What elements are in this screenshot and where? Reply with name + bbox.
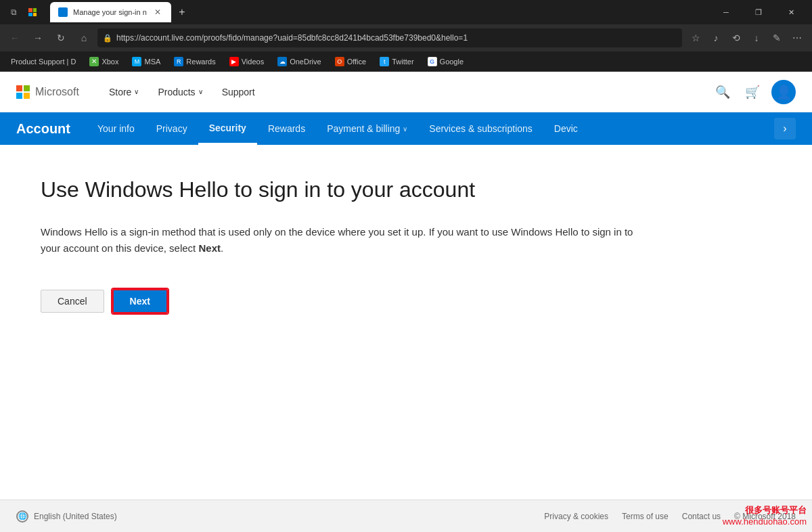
nav-rewards[interactable]: Rewards — [257, 112, 316, 145]
browser-titlebar: ⧉ Manage your sign-in n ✕ + ─ ❐ ✕ — [0, 0, 812, 24]
read-aloud-button[interactable]: ♪ — [706, 28, 725, 47]
nav-payment-billing[interactable]: Payment & billing ∨ — [316, 112, 418, 145]
rewards-favicon: R — [174, 57, 183, 66]
bookmark-label: Rewards — [186, 58, 215, 66]
bookmark-xbox[interactable]: ✕ Xbox — [84, 56, 124, 68]
bookmark-msa[interactable]: M MSA — [127, 56, 166, 68]
description-next-bold: Next — [198, 242, 221, 254]
bookmark-label: Google — [440, 58, 464, 66]
account-brand: Account — [16, 121, 70, 137]
nav-your-info[interactable]: Your info — [87, 112, 145, 145]
terms-of-use-link[interactable]: Terms of use — [622, 512, 669, 521]
videos-favicon: ▶ — [229, 57, 239, 66]
user-avatar[interactable]: 👤 — [771, 80, 796, 104]
search-button[interactable]: 🔍 — [712, 81, 734, 103]
description-text-part1: Windows Hello is a sign-in method that i… — [41, 226, 633, 254]
forward-button[interactable]: → — [28, 28, 47, 47]
footer-language: English (United States) — [34, 512, 117, 521]
site-content: Microsoft Store ∨ Products ∨ Support 🔍 🛒… — [0, 72, 812, 532]
nav-security[interactable]: Security — [198, 112, 257, 145]
description-text-part2: . — [221, 242, 223, 254]
minimize-button[interactable]: ─ — [710, 0, 742, 24]
window-controls: ─ ❐ ✕ — [710, 0, 807, 24]
cancel-button[interactable]: Cancel — [41, 290, 104, 313]
nav-item-support[interactable]: Support — [214, 81, 263, 103]
msa-favicon: M — [132, 57, 141, 66]
ms-header-actions: 🔍 🛒 👤 — [712, 80, 796, 104]
privacy-cookies-link[interactable]: Privacy & cookies — [544, 512, 608, 521]
nav-more-button[interactable]: › — [774, 118, 796, 139]
page-title: Use Windows Hello to sign in to your acc… — [41, 177, 771, 202]
avatar-icon: 👤 — [775, 84, 792, 100]
ms-square-green — [24, 85, 30, 91]
download-button[interactable]: ↓ — [747, 28, 766, 47]
close-button[interactable]: ✕ — [775, 0, 807, 24]
back-button[interactable]: ← — [5, 28, 24, 47]
twitter-favicon: t — [380, 57, 389, 66]
bookmarks-bar: Product Support | D ✕ Xbox M MSA R Rewar… — [0, 51, 812, 72]
nav-store-label: Store — [109, 87, 131, 97]
browser-tab-active[interactable]: Manage your sign-in n ✕ — [50, 2, 171, 22]
bookmark-label: MSA — [144, 58, 160, 66]
nav-products-label: Products — [158, 87, 195, 97]
office-favicon: O — [335, 57, 344, 66]
lock-icon: 🔒 — [103, 34, 112, 43]
address-bar[interactable]: 🔒 https://account.live.com/proofs/fido/m… — [97, 28, 682, 47]
nav-support-label: Support — [222, 87, 255, 97]
onedrive-favicon: ☁ — [277, 57, 287, 66]
bookmark-twitter[interactable]: t Twitter — [374, 56, 419, 68]
footer-right: Privacy & cookies Terms of use Contact u… — [544, 512, 796, 521]
browser-action-buttons: ☆ ♪ ⟲ ↓ ✎ ⋯ — [686, 28, 807, 47]
history-button[interactable]: ⟲ — [727, 28, 746, 47]
bookmark-office[interactable]: O Office — [330, 56, 372, 68]
copyright-text: © Microsoft 2018 — [734, 512, 796, 521]
browser-addressbar: ← → ↻ ⌂ 🔒 https://account.live.com/proof… — [0, 24, 812, 51]
footer-left: 🌐 English (United States) — [16, 510, 117, 523]
ms-square-red — [16, 85, 22, 91]
refresh-button[interactable]: ↻ — [51, 28, 70, 47]
next-button[interactable]: Next — [112, 289, 168, 313]
bookmark-rewards[interactable]: R Rewards — [168, 56, 221, 68]
nav-item-products[interactable]: Products ∨ — [150, 81, 210, 103]
winlogo-icon[interactable] — [24, 4, 41, 20]
notes-button[interactable]: ✎ — [767, 28, 786, 47]
ms-nav: Store ∨ Products ∨ Support — [101, 81, 712, 103]
bookmark-google[interactable]: G Google — [422, 56, 469, 68]
account-nav: Account Your info Privacy Security Rewar… — [0, 112, 812, 145]
nav-devices[interactable]: Devic — [543, 112, 589, 145]
main-content-area: Use Windows Hello to sign in to your acc… — [0, 145, 812, 500]
bookmark-onedrive[interactable]: ☁ OneDrive — [272, 56, 326, 68]
star-button[interactable]: ☆ — [686, 28, 705, 47]
taskview-icon[interactable]: ⧉ — [5, 4, 22, 20]
bookmark-product-support[interactable]: Product Support | D — [5, 56, 81, 67]
ms-logo-squares — [16, 85, 30, 99]
bookmark-label: Twitter — [392, 58, 413, 66]
nav-item-store[interactable]: Store ∨ — [101, 81, 147, 103]
url-text: https://account.live.com/proofs/fido/man… — [116, 33, 677, 43]
contact-us-link[interactable]: Contact us — [682, 512, 721, 521]
tab-close-button[interactable]: ✕ — [152, 7, 163, 18]
page-description: Windows Hello is a sign-in method that i… — [41, 224, 650, 257]
bookmark-videos[interactable]: ▶ Videos — [224, 56, 269, 68]
ms-square-blue — [16, 93, 22, 99]
store-chevron-icon: ∨ — [134, 88, 139, 95]
cart-button[interactable]: 🛒 — [742, 81, 763, 103]
tab-bar: Manage your sign-in n ✕ + — [50, 2, 706, 22]
new-tab-button[interactable]: + — [173, 3, 191, 22]
button-row: Cancel Next — [41, 289, 771, 313]
bookmark-label: OneDrive — [290, 58, 321, 66]
nav-services-subscriptions[interactable]: Services & subscriptions — [418, 112, 543, 145]
xbox-favicon: ✕ — [89, 57, 99, 66]
window-system-icons: ⧉ — [5, 4, 41, 20]
more-button[interactable]: ⋯ — [788, 28, 807, 47]
nav-privacy[interactable]: Privacy — [145, 112, 198, 145]
globe-icon: 🌐 — [16, 510, 28, 523]
ms-logo[interactable]: Microsoft — [16, 85, 79, 99]
bookmark-label: Videos — [242, 58, 264, 66]
maximize-button[interactable]: ❐ — [743, 0, 774, 24]
google-favicon: G — [428, 57, 437, 66]
home-button[interactable]: ⌂ — [74, 28, 93, 47]
bookmark-label: Product Support | D — [11, 58, 76, 66]
ms-header: Microsoft Store ∨ Products ∨ Support 🔍 🛒… — [0, 72, 812, 112]
ms-square-yellow — [24, 93, 30, 99]
